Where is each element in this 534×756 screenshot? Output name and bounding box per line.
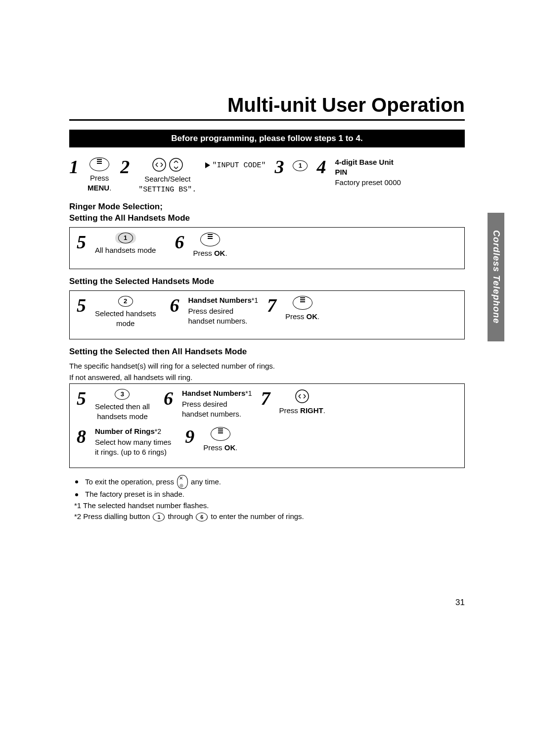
step-2-number: 2 — [120, 157, 130, 176]
section-c-heading: Setting the Selected then All Handsets M… — [69, 346, 465, 358]
keypad-2-icon: 2 — [118, 296, 133, 307]
page-title: Multi-unit User Operation — [69, 94, 465, 121]
step2-mono: "SETTING BS". — [138, 186, 196, 194]
step-5a-number: 5 — [77, 233, 86, 251]
arrow-right-icon — [205, 162, 210, 168]
section-a-heading: Ringer Mode Selection; Setting the All H… — [69, 201, 465, 224]
section-c-box: 5 3 Selected then allhandsets mode 6 Han… — [69, 383, 465, 468]
side-tab: Cordless Telephone — [488, 213, 504, 341]
ok-button-icon — [211, 427, 230, 441]
step-1: PressMENU. — [88, 157, 111, 192]
keypad-3-icon: 3 — [115, 389, 130, 400]
step-7b-number: 7 — [267, 296, 276, 315]
nav-left-right-icon — [152, 157, 167, 172]
bullet-icon — [75, 493, 78, 496]
step-6a: Press OK. — [193, 233, 227, 258]
section-a-box: 5 1 All handsets mode 6 Press OK. — [69, 227, 465, 270]
cancel-button-icon — [177, 475, 188, 489]
input-code: "INPUT CODE" — [205, 157, 266, 170]
step-2: Search/Select"SETTING BS". — [138, 157, 196, 194]
step-5c: 3 Selected then allhandsets mode — [95, 389, 150, 421]
step-5b-number: 5 — [77, 296, 86, 315]
step-7b: Press OK. — [285, 296, 319, 322]
keypad-6-inline-icon: 6 — [196, 513, 208, 521]
section-c-desc-a: The specific handset(s) will ring for a … — [69, 361, 465, 371]
step-6b: Handset Numbers*1 Press desiredhandset n… — [188, 296, 258, 326]
svg-point-2 — [296, 390, 309, 403]
step-6c-number: 6 — [164, 389, 173, 408]
step4-line2: PIN — [335, 168, 347, 176]
nav-right-icon — [295, 389, 310, 404]
svg-point-0 — [153, 158, 166, 171]
step-7c-number: 7 — [261, 389, 270, 408]
step-5c-number: 5 — [77, 389, 86, 408]
step1-label-a: Press — [90, 174, 109, 182]
step-4: 4-digit Base Unit PIN Factory preset 000… — [335, 157, 400, 188]
steps-banner: Before programming, please follow steps … — [69, 130, 465, 147]
step-3: 1 — [293, 157, 308, 171]
keypad-1-shaded-icon: 1 — [118, 233, 133, 243]
step1-label-b: MENU — [88, 184, 109, 192]
svg-point-1 — [170, 158, 182, 171]
manual-page: Multi-unit User Operation Before program… — [0, 0, 534, 756]
step-9c: Press OK. — [203, 427, 237, 453]
nav-up-down-icon — [169, 157, 183, 172]
section-c-desc-b: If not answered, all handsets will ring. — [69, 372, 465, 382]
ok-button-icon — [200, 233, 220, 246]
step-8c-number: 8 — [77, 427, 86, 446]
input-code-text: "INPUT CODE" — [212, 161, 266, 170]
step5a-label: All handsets mode — [95, 245, 156, 255]
keypad-1-inline-icon: 1 — [153, 513, 165, 521]
keypad-1-icon: 1 — [293, 160, 308, 171]
page-number: 31 — [455, 598, 465, 608]
bullet-icon — [75, 480, 78, 483]
menu-button-icon — [89, 157, 109, 171]
step4-line1: 4-digit Base Unit — [335, 158, 393, 166]
step4-line3: Factory preset 0000 — [335, 178, 400, 187]
step-7c: Press RIGHT. — [279, 389, 325, 416]
step-6b-number: 6 — [170, 296, 179, 315]
step-6a-number: 6 — [175, 233, 184, 251]
step-1-number: 1 — [69, 157, 79, 176]
step-8c: Number of Rings*2 Select how many timesi… — [95, 427, 171, 457]
section-b-heading: Setting the Selected Handsets Mode — [69, 276, 465, 287]
step-4-number: 4 — [316, 157, 326, 176]
notes: To exit the operation, press any time. T… — [69, 475, 465, 522]
note-1: To exit the operation, press any time. — [74, 475, 465, 489]
note-2: The factory preset is in shade. — [74, 489, 465, 500]
step-5b: 2 Selected handsetsmode — [95, 296, 156, 328]
step2-sub: Search/Select — [144, 175, 190, 183]
prestep-row: 1 PressMENU. 2 Search/Select"SETTING BS"… — [69, 157, 465, 194]
side-tab-label: Cordless Telephone — [491, 230, 501, 324]
ok-button-icon — [293, 296, 312, 310]
step-6c: Handset Numbers*1 Press desiredhandset n… — [182, 389, 252, 419]
note-4: *2 Press dialling button 1 through 6 to … — [74, 511, 465, 522]
step-5a: 1 All handsets mode — [95, 233, 156, 255]
section-b-box: 5 2 Selected handsetsmode 6 Handset Numb… — [69, 290, 465, 339]
step-9c-number: 9 — [185, 427, 194, 446]
note-3: *1 The selected handset number flashes. — [74, 500, 465, 512]
step-3-number: 3 — [274, 157, 284, 176]
